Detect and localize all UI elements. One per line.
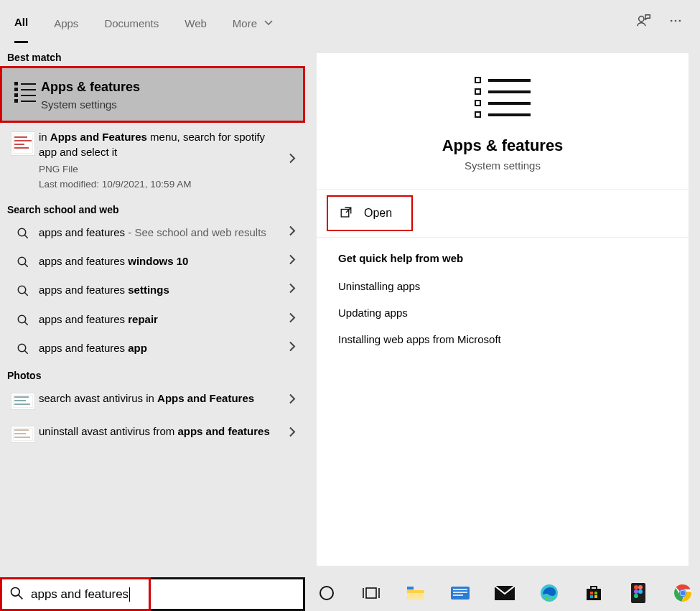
search-input[interactable]: apps and features xyxy=(31,587,129,602)
result-title: apps and features - See school and web r… xyxy=(39,225,276,240)
svg-point-12 xyxy=(18,344,26,352)
help-link-update[interactable]: Updating apps xyxy=(317,299,689,326)
svg-rect-21 xyxy=(407,593,424,600)
apps-features-large-icon xyxy=(475,77,531,118)
tab-more[interactable]: More xyxy=(233,3,273,42)
taskbar xyxy=(305,574,700,611)
svg-point-39 xyxy=(634,594,638,598)
svg-rect-31 xyxy=(594,592,597,594)
svg-point-10 xyxy=(18,315,26,323)
taskbar-chrome-icon[interactable] xyxy=(671,582,694,605)
search-icon xyxy=(17,314,29,327)
svg-rect-33 xyxy=(594,595,597,598)
taskbar-store-icon[interactable] xyxy=(582,582,605,605)
quick-help-header: Get quick help from web xyxy=(317,238,689,273)
result-photo-1[interactable]: search avast antivirus in Apps and Featu… xyxy=(0,384,305,417)
svg-point-8 xyxy=(18,286,26,294)
taskbar-taskview-icon[interactable] xyxy=(360,582,383,605)
image-thumbnail-icon xyxy=(11,393,35,410)
result-filetype: PNG File xyxy=(39,164,276,174)
preview-pane: Apps & features System settings Open Get… xyxy=(305,45,700,574)
svg-point-17 xyxy=(320,587,333,600)
svg-rect-32 xyxy=(590,595,593,598)
svg-point-3 xyxy=(679,19,681,22)
svg-rect-29 xyxy=(587,589,601,600)
svg-rect-22 xyxy=(407,587,414,589)
search-tabs: All Apps Documents Web More xyxy=(0,0,700,45)
svg-line-11 xyxy=(24,322,28,325)
section-best-match: Best match xyxy=(0,45,305,66)
chevron-right-icon xyxy=(288,152,297,167)
result-web-app[interactable]: apps and features app xyxy=(0,334,305,363)
search-icon xyxy=(17,227,29,240)
svg-point-15 xyxy=(11,588,20,597)
taskbar-cortana-icon[interactable] xyxy=(315,582,338,605)
result-modified: Last modified: 10/9/2021, 10:59 AM xyxy=(39,179,276,190)
preview-title: Apps & features xyxy=(317,136,689,155)
svg-line-16 xyxy=(19,595,23,600)
tab-web[interactable]: Web xyxy=(185,3,207,42)
svg-rect-30 xyxy=(590,592,593,594)
taskbar-word-icon[interactable] xyxy=(449,582,472,605)
taskbar-edge-icon[interactable] xyxy=(538,582,561,605)
tab-documents[interactable]: Documents xyxy=(104,3,159,42)
svg-rect-34 xyxy=(631,583,645,603)
chevron-right-icon xyxy=(288,283,297,298)
search-icon xyxy=(17,284,29,297)
section-photos: Photos xyxy=(0,363,305,384)
taskbar-figma-icon[interactable] xyxy=(627,582,650,605)
results-pane: Best match Apps & features System settin… xyxy=(0,45,305,574)
feedback-icon[interactable] xyxy=(634,13,654,32)
result-title: apps and features windows 10 xyxy=(39,254,276,269)
chevron-right-icon xyxy=(288,312,297,327)
open-label: Open xyxy=(364,207,392,220)
more-options-icon[interactable] xyxy=(666,14,686,32)
svg-line-13 xyxy=(24,350,28,354)
search-icon xyxy=(9,586,24,602)
result-title: apps and features repair xyxy=(39,312,276,327)
svg-point-2 xyxy=(675,19,677,22)
tab-apps[interactable]: Apps xyxy=(54,3,78,42)
result-title: apps and features app xyxy=(39,341,276,355)
help-link-uninstall[interactable]: Uninstalling apps xyxy=(317,273,689,299)
svg-point-0 xyxy=(639,16,644,21)
chevron-right-icon xyxy=(288,393,297,409)
search-icon xyxy=(17,342,29,355)
result-web-windows10[interactable]: apps and features windows 10 xyxy=(0,247,305,276)
result-web-settings[interactable]: apps and features settings xyxy=(0,276,305,304)
chevron-right-icon xyxy=(288,225,297,240)
tab-all[interactable]: All xyxy=(14,1,28,43)
result-web-see-results[interactable]: apps and features - See school and web r… xyxy=(0,218,305,247)
result-title: apps and features settings xyxy=(39,283,276,297)
chevron-right-icon xyxy=(288,340,297,355)
preview-subtitle: System settings xyxy=(317,159,689,172)
result-title: in Apps and Features menu, search for sp… xyxy=(39,130,276,159)
svg-rect-24 xyxy=(453,589,467,590)
apps-features-icon xyxy=(14,80,36,105)
result-title: search avast antivirus in Apps and Featu… xyxy=(39,391,276,406)
result-png-file[interactable]: in Apps and Features menu, search for sp… xyxy=(0,123,305,197)
help-link-install[interactable]: Installing web apps from Microsoft xyxy=(317,326,689,353)
chevron-down-icon xyxy=(264,17,273,29)
search-icon xyxy=(17,256,29,269)
result-title: Apps & features xyxy=(41,78,274,95)
search-box[interactable]: apps and features xyxy=(0,577,305,611)
image-thumbnail-icon xyxy=(11,131,35,156)
open-button[interactable]: Open xyxy=(327,195,413,231)
result-subtitle: System settings xyxy=(41,98,274,111)
text-cursor xyxy=(129,587,130,602)
result-photo-2[interactable]: uninstall avast antivirus from apps and … xyxy=(0,417,305,450)
open-icon xyxy=(340,206,353,221)
taskbar-file-explorer-icon[interactable] xyxy=(404,582,427,605)
chevron-right-icon xyxy=(288,426,297,442)
result-web-repair[interactable]: apps and features repair xyxy=(0,305,305,334)
result-apps-features[interactable]: Apps & features System settings xyxy=(0,66,305,123)
chevron-right-icon xyxy=(288,254,297,269)
taskbar-mail-icon[interactable] xyxy=(493,582,516,605)
svg-point-38 xyxy=(638,589,643,594)
svg-point-35 xyxy=(634,585,638,589)
tab-more-label: More xyxy=(233,17,257,29)
svg-rect-25 xyxy=(453,592,467,593)
result-title: uninstall avast antivirus from apps and … xyxy=(39,424,276,439)
svg-rect-18 xyxy=(366,588,376,598)
